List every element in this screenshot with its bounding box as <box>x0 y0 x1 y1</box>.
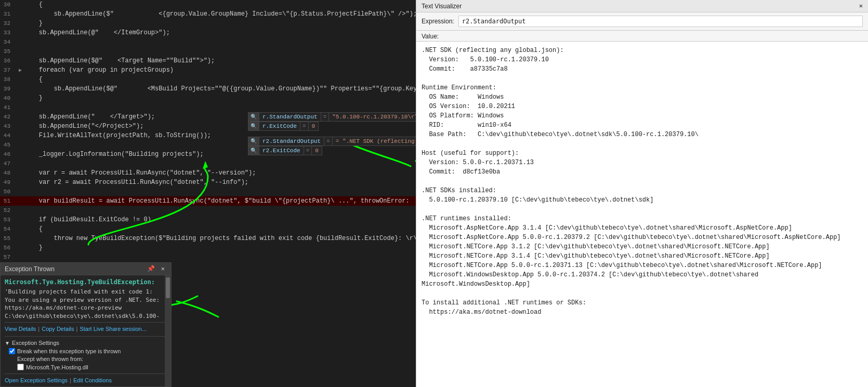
line-number: 42 <box>0 114 17 120</box>
datatip-val-4: 0 <box>312 146 322 155</box>
code-line-37: 37▶ foreach (var group in projectGroups) <box>0 65 416 75</box>
expression-input[interactable] <box>458 16 863 27</box>
line-number: 57 <box>0 254 17 260</box>
line-number: 51 <box>0 198 17 204</box>
datatip-r2-standard-output[interactable]: 🔍 r2.StandardOutput = = ".NET SDK (refle… <box>248 137 416 146</box>
visualizer-content: .NET SDK (reflecting any global.json): V… <box>416 42 868 387</box>
code-line-53: 53 if (buildResult.ExitCode != 0) <box>0 215 416 224</box>
line-number: 56 <box>0 245 17 251</box>
datatip-name-2: r.ExitCode <box>259 122 300 130</box>
line-content: if (buildResult.ExitCode != 0) <box>24 216 412 223</box>
line-number: 43 <box>0 123 17 129</box>
code-line-40: 40 } <box>0 94 416 103</box>
except-label: Except when thrown from: <box>17 356 83 362</box>
line-content: var buildResult = await ProcessUtil.RunA… <box>24 197 412 205</box>
edit-conditions-link[interactable]: Edit Conditions <box>73 377 112 383</box>
pin-button[interactable]: 📌 <box>145 265 157 273</box>
exception-message: 'Building projects failed with exit code… <box>5 288 167 320</box>
code-line-48: 48 var r = await ProcessUtil.RunAsync("d… <box>0 168 416 178</box>
line-content: } <box>24 20 412 27</box>
datatip-name-3: r2.StandardOutput <box>259 137 324 145</box>
copy-details-link[interactable]: Copy Details <box>42 326 74 332</box>
datatip-icon-1: 🔍 <box>248 113 259 121</box>
line-number: 49 <box>0 179 17 185</box>
line-content: sb.AppendLine($@" <Target Name=""Build""… <box>24 57 412 64</box>
line-content: { <box>24 1 412 8</box>
line-content: } <box>24 95 412 102</box>
code-panel: 30 {31 sb.AppendLine($" <{group.Value.Gr… <box>0 0 416 387</box>
code-line-43: 43 sb.AppendLine("</Project>"); <box>0 122 416 131</box>
datatip-icon-3: 🔍 <box>248 137 259 145</box>
code-line-34: 34 <box>0 37 416 47</box>
assembly-label: Microsoft.Tye.Hosting.dll <box>26 364 88 370</box>
code-line-38: 38 { <box>0 75 416 84</box>
exception-title: Exception Thrown <box>5 265 55 273</box>
settings-header-label: Exception Settings <box>12 340 59 346</box>
settings-arrow-icon: ▼ <box>5 340 10 346</box>
settings-header[interactable]: ▼ Exception Settings <box>5 340 167 346</box>
line-content: sb.AppendLine("</Project>"); <box>24 123 412 130</box>
code-line-32: 32 } <box>0 19 416 28</box>
line-number: 35 <box>0 48 17 55</box>
live-share-link[interactable]: Start Live Share session... <box>80 326 146 332</box>
exception-type: Microsoft.Tye.Hosting.TyeBuildException: <box>5 278 167 286</box>
visualizer-close-button[interactable]: ✕ <box>859 2 863 10</box>
code-line-36: 36 sb.AppendLine($@" <Target Name=""Buil… <box>0 56 416 65</box>
assembly-row: Microsoft.Tye.Hosting.dll <box>9 364 167 370</box>
line-content: { <box>24 76 412 83</box>
open-exception-settings-link[interactable]: Open Exception Settings <box>5 377 68 383</box>
exception-links: View Details | Copy Details | Start Live… <box>5 322 167 334</box>
code-line-49: 49 var r2 = await ProcessUtil.RunAsync("… <box>0 178 416 187</box>
line-number: 44 <box>0 132 17 139</box>
line-content: var r2 = await ProcessUtil.RunAsync("dot… <box>24 179 412 186</box>
link-sep-3: | <box>70 377 71 383</box>
line-content: _logger.LogInformation("Building project… <box>24 151 412 158</box>
line-number: 41 <box>0 104 17 111</box>
close-button[interactable]: ✕ <box>159 265 167 273</box>
datatip-r-exit-code[interactable]: 🔍 r.ExitCode = 0 <box>248 122 319 131</box>
code-lines: 30 {31 sb.AppendLine($" <{group.Value.Gr… <box>0 0 416 271</box>
line-number: 39 <box>0 86 17 92</box>
line-number: 52 <box>0 207 17 213</box>
exception-settings-section: ▼ Exception Settings Break when this exc… <box>5 336 167 370</box>
line-number: 46 <box>0 151 17 157</box>
exception-panel: Exception Thrown 📌 ✕ Microsoft.Tye.Hosti… <box>0 262 172 387</box>
break-label: Break when this exception type is thrown <box>17 348 121 354</box>
line-content: foreach (var group in projectGroups) <box>24 66 412 74</box>
view-details-link[interactable]: View Details <box>5 326 36 332</box>
line-number: 30 <box>0 2 17 8</box>
line-content: var r = await ProcessUtil.RunAsync("dotn… <box>24 169 412 177</box>
datatip-r2-exit-code[interactable]: 🔍 r2.ExitCode = 0 <box>248 146 322 155</box>
code-line-50: 50 <box>0 187 416 196</box>
visualizer-header: Text Visualizer ✕ <box>416 0 868 12</box>
datatip-icon-4: 🔍 <box>248 146 259 155</box>
line-number: 31 <box>0 11 17 17</box>
break-checkbox[interactable] <box>9 348 15 354</box>
link-sep-1: | <box>38 326 40 332</box>
settings-content: Break when this exception type is thrown… <box>5 348 167 370</box>
line-number: 50 <box>0 189 17 195</box>
break-checkbox-row: Break when this exception type is thrown <box>9 348 167 354</box>
code-line-39: 39 sb.AppendLine($@" <MsBuild Projects="… <box>0 84 416 94</box>
datatip-r-standard-output[interactable]: 🔍 r.StandardOutput = "5.0.100-rc.1.20379… <box>248 112 416 122</box>
scrollbar-thumb <box>166 277 170 298</box>
datatip-val-3: = ".NET SDK (reflecting any global.js... <box>333 137 416 145</box>
line-number: 53 <box>0 217 17 223</box>
datatip-sep-4: = <box>304 146 312 155</box>
line-number: 38 <box>0 76 17 83</box>
line-number: 47 <box>0 161 17 167</box>
line-number: 54 <box>0 226 17 232</box>
line-content: { <box>24 225 412 233</box>
line-number: 37 <box>0 67 17 73</box>
line-number: 48 <box>0 170 17 176</box>
value-label: Value: <box>416 31 868 42</box>
line-indicator: ▶ <box>17 67 24 73</box>
exception-header-icons: 📌 ✕ <box>145 265 167 273</box>
datatip-icon-2: 🔍 <box>248 122 259 130</box>
assembly-checkbox[interactable] <box>17 364 24 370</box>
exception-scrollbar[interactable] <box>165 275 171 386</box>
code-line-35: 35 <box>0 47 416 56</box>
code-line-54: 54 { <box>0 224 416 234</box>
line-number: 36 <box>0 58 17 64</box>
expression-label: Expression: <box>422 18 454 25</box>
